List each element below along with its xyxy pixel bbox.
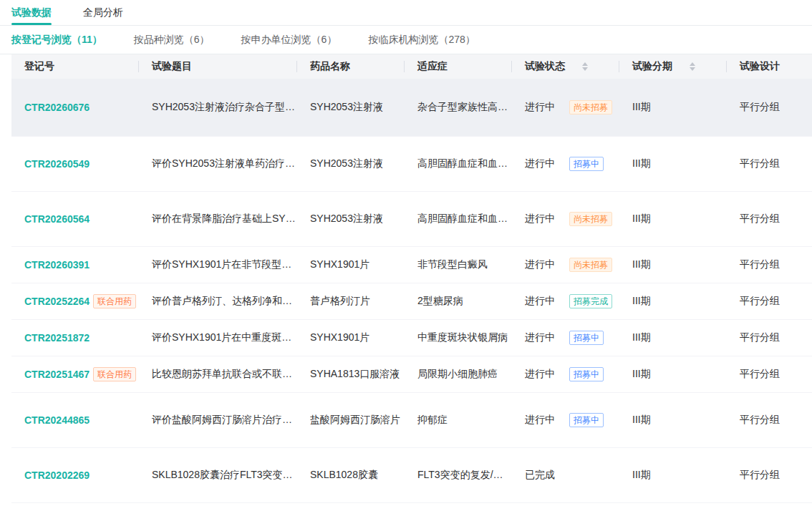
registration-number-link[interactable]: CTR20260676 [24, 102, 90, 113]
tab-global-analysis[interactable]: 全局分析 [83, 0, 123, 25]
table-row[interactable]: CTR20251467 联合用药 比较恩朗苏拜单抗联合或不联… SYHA1813… [11, 356, 812, 393]
combo-drug-badge: 联合用药 [93, 367, 136, 381]
trial-design: 平行分组 [740, 331, 780, 344]
drug-name: 普卢格列汀片 [310, 295, 370, 308]
indication: 非节段型白癜风 [417, 258, 488, 271]
drug-name: SYH2053注射液 [310, 213, 383, 225]
filter-by-clinical-institution[interactable]: 按临床机构浏览（278） [368, 34, 475, 47]
table-header-row: 登记号 试验题目 药品名称 适应症 试验状态 试验分期 试验设计 [11, 54, 812, 79]
indication: FLT3突变的复发/… [417, 469, 503, 482]
trial-status: 已完成 [525, 469, 555, 482]
drug-name: SKLB1028胶囊 [310, 469, 378, 482]
drug-name: SYHA1813口服溶液 [310, 368, 400, 381]
column-header-trial-title: 试验题目 [139, 54, 297, 79]
drug-name: SYHX1901片 [310, 331, 369, 344]
registration-number-link[interactable]: CTR20252264 [24, 296, 90, 307]
trial-title: 评价普卢格列汀、达格列净和… [152, 295, 292, 308]
trial-phase: III期 [632, 368, 651, 381]
column-header-trial-status[interactable]: 试验状态 [512, 54, 619, 79]
sort-arrows-icon[interactable] [690, 62, 695, 71]
table-row[interactable]: CTR20260391 评价SYHX1901片在非节段型… SYHX1901片 … [11, 247, 812, 283]
trial-status: 进行中 [525, 101, 555, 114]
column-header-indication: 适应症 [405, 54, 512, 79]
column-header-label: 药品名称 [310, 60, 350, 73]
trial-title: 评价在背景降脂治疗基础上SY… [152, 213, 296, 225]
column-header-label: 适应症 [417, 60, 448, 73]
trial-title: 评价SYHX1901片在非节段型… [152, 258, 291, 271]
tab-trial-data[interactable]: 试验数据 [11, 0, 52, 25]
filter-by-sponsor[interactable]: 按申办单位浏览（6） [241, 34, 337, 47]
registration-number-link[interactable]: CTR20251872 [24, 332, 90, 344]
drug-name: SYH2053注射液 [310, 101, 383, 114]
trial-phase: III期 [632, 469, 651, 482]
trial-status: 进行中 [525, 368, 555, 381]
table-row[interactable]: CTR20202269 SKLB1028胶囊治疗FLT3突变… SKLB1028… [11, 448, 812, 503]
registration-number-link[interactable]: CTR20202269 [24, 469, 90, 481]
filter-by-variety[interactable]: 按品种浏览（6） [134, 34, 210, 47]
indication: 高胆固醇血症和血… [417, 157, 508, 170]
table-row[interactable]: CTR20244865 评价盐酸阿姆西汀肠溶片治疗… 盐酸阿姆西汀肠溶片 抑郁症… [11, 393, 812, 448]
column-header-label: 试验题目 [152, 60, 192, 73]
column-header-label: 试验设计 [740, 60, 780, 73]
table-body: CTR20260676 SYH2053注射液治疗杂合子型… SYH2053注射液… [11, 79, 812, 503]
trial-design: 平行分组 [740, 414, 780, 427]
trial-phase: III期 [632, 157, 651, 170]
column-header-registration-number: 登记号 [11, 54, 139, 79]
trial-status: 进行中 [525, 331, 555, 344]
table-row[interactable]: CTR20260564 评价在背景降脂治疗基础上SY… SYH2053注射液 高… [11, 192, 812, 247]
registration-number-link[interactable]: CTR20260564 [24, 213, 90, 225]
recruit-status-badge: 尚未招募 [569, 212, 612, 226]
trial-title: SYH2053注射液治疗杂合子型… [152, 101, 295, 114]
trial-design: 平行分组 [740, 469, 780, 482]
trial-design: 平行分组 [740, 295, 780, 308]
drug-name: SYHX1901片 [310, 258, 369, 271]
trial-status: 进行中 [525, 157, 555, 170]
trial-title: 评价SYHX1901片在中重度斑… [152, 331, 291, 344]
recruit-status-badge: 招募中 [569, 331, 604, 345]
column-header-label: 试验分期 [632, 60, 672, 73]
trial-status: 进行中 [525, 414, 555, 427]
indication: 高胆固醇血症和血… [417, 213, 508, 225]
trial-title: 评价盐酸阿姆西汀肠溶片治疗… [152, 414, 292, 427]
column-header-trial-phase[interactable]: 试验分期 [619, 54, 727, 79]
recruit-status-badge: 招募中 [569, 367, 604, 381]
registration-number-link[interactable]: CTR20251467 [24, 369, 90, 380]
trial-phase: III期 [632, 414, 651, 427]
trial-status: 进行中 [525, 213, 555, 225]
recruit-status-badge: 尚未招募 [569, 100, 612, 115]
registration-number-link[interactable]: CTR20244865 [24, 414, 90, 426]
trial-design: 平行分组 [740, 368, 780, 381]
trial-phase: III期 [632, 331, 651, 344]
recruit-status-badge: 招募中 [569, 157, 604, 171]
table-row[interactable]: CTR20251872 评价SYHX1901片在中重度斑… SYHX1901片 … [11, 320, 812, 356]
column-header-label: 试验状态 [525, 60, 565, 73]
registration-number-link[interactable]: CTR20260391 [24, 259, 90, 271]
trial-title: SKLB1028胶囊治疗FLT3突变… [152, 469, 293, 482]
trial-status: 进行中 [525, 295, 555, 308]
indication: 抑郁症 [417, 414, 448, 427]
browse-filter-bar: 按登记号浏览（11） 按品种浏览（6） 按申办单位浏览（6） 按临床机构浏览（2… [0, 26, 812, 54]
table-row[interactable]: CTR20260549 评价SYH2053注射液单药治疗… SYH2053注射液… [11, 137, 812, 192]
filter-by-registration-number[interactable]: 按登记号浏览（11） [11, 34, 102, 47]
combo-drug-badge: 联合用药 [93, 294, 136, 308]
trial-title: 比较恩朗苏拜单抗联合或不联… [152, 368, 292, 381]
trial-phase: III期 [632, 101, 651, 114]
table-row[interactable]: CTR20252264 联合用药 评价普卢格列汀、达格列净和… 普卢格列汀片 2… [11, 283, 812, 320]
trial-status: 进行中 [525, 258, 555, 271]
recruit-status-badge: 尚未招募 [569, 258, 612, 272]
registration-number-link[interactable]: CTR20260549 [24, 158, 90, 170]
recruit-status-badge: 招募中 [569, 413, 604, 427]
drug-name: SYH2053注射液 [310, 157, 383, 170]
indication: 2型糖尿病 [417, 295, 463, 308]
trial-design: 平行分组 [740, 213, 780, 225]
trials-table: 登记号 试验题目 药品名称 适应症 试验状态 试验分期 试验设计 CTR2026… [11, 54, 812, 503]
trial-design: 平行分组 [740, 157, 780, 170]
trial-phase: III期 [632, 213, 651, 225]
column-header-trial-design: 试验设计 [727, 54, 812, 79]
trial-phase: III期 [632, 258, 651, 271]
trial-title: 评价SYH2053注射液单药治疗… [152, 157, 295, 170]
column-header-drug-name: 药品名称 [297, 54, 405, 79]
indication: 杂合子型家族性高… [417, 101, 508, 114]
table-row[interactable]: CTR20260676 SYH2053注射液治疗杂合子型… SYH2053注射液… [11, 79, 812, 137]
sort-arrows-icon[interactable] [582, 62, 588, 71]
